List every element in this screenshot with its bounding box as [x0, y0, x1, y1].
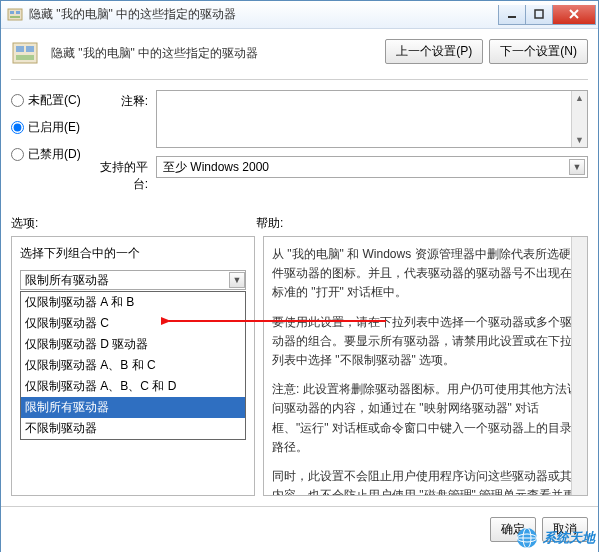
comment-input[interactable]: ▲ ▼	[156, 90, 588, 148]
dropdown-item[interactable]: 仅限制驱动器 A、B 和 C	[21, 355, 245, 376]
policy-title: 隐藏 "我的电脑" 中的这些指定的驱动器	[51, 39, 375, 62]
globe-icon	[515, 526, 539, 550]
minimize-button[interactable]	[498, 5, 526, 25]
svg-rect-9	[16, 46, 24, 52]
support-select[interactable]: 至少 Windows 2000 ▼	[156, 156, 588, 178]
radio-unconfigured-label: 未配置(C)	[28, 92, 81, 109]
help-text: 从 "我的电脑" 和 Windows 资源管理器中删除代表所选硬件驱动器的图标。…	[272, 245, 579, 303]
options-section-label: 选项:	[11, 215, 256, 232]
chevron-down-icon: ▼	[229, 272, 245, 288]
scroll-up-icon: ▲	[573, 91, 587, 105]
svg-rect-3	[10, 16, 20, 18]
divider	[11, 79, 588, 80]
svg-rect-0	[8, 9, 22, 20]
options-dropdown[interactable]: 仅限制驱动器 A 和 B仅限制驱动器 C仅限制驱动器 D 驱动器仅限制驱动器 A…	[20, 291, 246, 440]
svg-rect-2	[16, 11, 20, 14]
policy-icon	[11, 39, 41, 69]
svg-rect-5	[535, 10, 543, 18]
support-value: 至少 Windows 2000	[163, 159, 269, 176]
dropdown-item[interactable]: 仅限制驱动器 C	[21, 313, 245, 334]
help-section-label: 帮助:	[256, 215, 283, 232]
window-title: 隐藏 "我的电脑" 中的这些指定的驱动器	[29, 6, 236, 23]
close-button[interactable]	[552, 5, 596, 25]
options-prompt: 选择下列组合中的一个	[20, 245, 246, 262]
help-text: 要使用此设置，请在下拉列表中选择一个驱动器或多个驱动器的组合。要显示所有驱动器，…	[272, 313, 579, 371]
titlebar: 隐藏 "我的电脑" 中的这些指定的驱动器	[1, 1, 598, 29]
dropdown-item[interactable]: 不限制驱动器	[21, 418, 245, 439]
maximize-button[interactable]	[525, 5, 553, 25]
dropdown-item[interactable]: 仅限制驱动器 A 和 B	[21, 292, 245, 313]
svg-rect-1	[10, 11, 14, 14]
help-panel: 从 "我的电脑" 和 Windows 资源管理器中删除代表所选硬件驱动器的图标。…	[263, 236, 588, 496]
radio-disabled-label: 已禁用(D)	[28, 146, 81, 163]
comment-label: 注释:	[96, 90, 156, 148]
watermark: 系统天地	[515, 526, 595, 550]
svg-rect-11	[16, 55, 34, 60]
app-icon	[7, 7, 23, 23]
dropdown-item[interactable]: 仅限制驱动器 A、B、C 和 D	[21, 376, 245, 397]
scrollbar[interactable]: ▲ ▼	[571, 91, 587, 147]
radio-enabled[interactable]: 已启用(E)	[11, 119, 96, 136]
help-text: 注意: 此设置将删除驱动器图标。用户仍可使用其他方法访问驱动器的内容，如通过在 …	[272, 380, 579, 457]
scroll-down-icon: ▼	[573, 133, 587, 147]
radio-disabled[interactable]: 已禁用(D)	[11, 146, 96, 163]
options-combo[interactable]: 限制所有驱动器 ▼	[20, 270, 246, 290]
support-label: 支持的平台:	[96, 156, 156, 193]
help-text: 同时，此设置不会阻止用户使用程序访问这些驱动器或其内容，也不会防止用户使用 "磁…	[272, 467, 579, 496]
next-setting-button[interactable]: 下一个设置(N)	[489, 39, 588, 64]
prev-setting-button[interactable]: 上一个设置(P)	[385, 39, 483, 64]
options-combo-value: 限制所有驱动器	[25, 272, 109, 289]
svg-rect-10	[26, 46, 34, 52]
watermark-text: 系统天地	[543, 529, 595, 547]
scrollbar[interactable]	[571, 237, 587, 495]
options-panel: 选择下列组合中的一个 限制所有驱动器 ▼ 仅限制驱动器 A 和 B仅限制驱动器 …	[11, 236, 255, 496]
radio-unconfigured[interactable]: 未配置(C)	[11, 92, 96, 109]
dropdown-item[interactable]: 限制所有驱动器	[21, 397, 245, 418]
chevron-down-icon: ▼	[569, 159, 585, 175]
dropdown-item[interactable]: 仅限制驱动器 D 驱动器	[21, 334, 245, 355]
radio-enabled-label: 已启用(E)	[28, 119, 80, 136]
